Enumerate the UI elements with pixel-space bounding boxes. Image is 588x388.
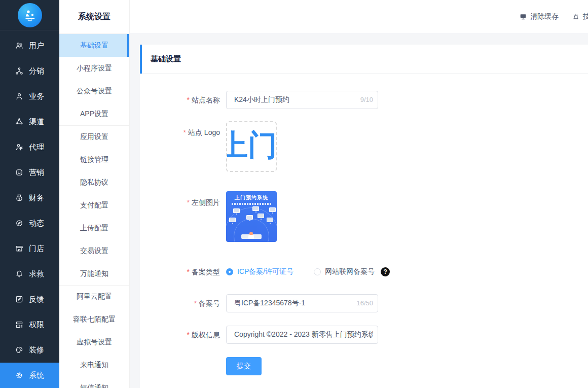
- sidebar-item-dynamics[interactable]: 动态: [0, 210, 59, 236]
- banner-thumb: [252, 206, 259, 211]
- radio-selected-icon: [226, 268, 233, 275]
- submenu-item-app[interactable]: APP设置: [59, 102, 129, 125]
- submenu-item-miniprogram[interactable]: 小程序设置: [59, 57, 129, 80]
- sidebar-item-store[interactable]: 门店: [0, 236, 59, 261]
- left-image-row: *左侧图片 上门预约系统: [140, 191, 588, 242]
- tech-label: 技师: [583, 12, 588, 21]
- copyright-input[interactable]: [226, 326, 378, 344]
- help-icon[interactable]: ?: [381, 267, 390, 276]
- record-type-row: *备案类型 ICP备案/许可证号 网站联网备案号 ?: [140, 266, 588, 277]
- sidebar-item-label: 装修: [29, 345, 44, 355]
- settings-submenu: 系统设置 基础设置 小程序设置 公众号设置 APP设置 应用设置 链接管理 隐私…: [59, 0, 130, 388]
- submenu-item-privacy[interactable]: 隐私协议: [59, 171, 129, 194]
- palette-icon: [15, 345, 24, 355]
- sidebar-item-label: 权限: [29, 320, 44, 330]
- site-name-input[interactable]: [226, 91, 378, 109]
- person-icon: [15, 92, 24, 101]
- submenu-item-call-notify[interactable]: 来电通知: [59, 354, 129, 376]
- submenu-item-ronglian[interactable]: 容联七陌配置: [59, 308, 129, 331]
- submenu-item-payment[interactable]: 支付配置: [59, 194, 129, 217]
- required-mark: *: [183, 128, 186, 136]
- submenu-title: 系统设置: [59, 0, 129, 34]
- site-logo-row: *站点 Logo 上门预: [140, 121, 588, 172]
- marketing-icon: [15, 168, 24, 177]
- copyright-label: *版权信息: [140, 326, 226, 344]
- monitor-icon: [519, 13, 527, 21]
- radio-icp[interactable]: ICP备案/许可证号: [226, 267, 293, 276]
- submenu-item-trade[interactable]: 交易设置: [59, 239, 129, 262]
- record-type-options: ICP备案/许可证号 网站联网备案号 ?: [226, 266, 390, 277]
- primary-menu: 用户 分销 业务 渠道 代理 营销 财务 动态: [0, 30, 59, 388]
- radio-network-label: 网站联网备案号: [325, 267, 375, 276]
- site-name-input-wrap: 9/10: [226, 91, 378, 109]
- banner-person-illustration: [249, 232, 253, 235]
- topbar: 清除缓存 技师: [130, 0, 588, 33]
- basic-settings-card: 基础设置 *站点名称 9/10 *站点 Logo: [140, 45, 588, 388]
- record-number-input-wrap: 16/50: [226, 294, 378, 312]
- submenu-item-links[interactable]: 链接管理: [59, 148, 129, 171]
- submenu-item-basic-settings[interactable]: 基础设置: [59, 34, 129, 57]
- submenu-item-official-account[interactable]: 公众号设置: [59, 80, 129, 102]
- sidebar-item-label: 系统: [29, 371, 44, 380]
- sidebar-item-distribution[interactable]: 分销: [0, 58, 59, 84]
- feedback-icon: [15, 295, 24, 304]
- banner-thumb: [233, 208, 240, 213]
- submenu-item-virtual-number[interactable]: 虚拟号设置: [59, 331, 129, 354]
- channel-icon: [15, 117, 24, 126]
- banner-subtitle-line: [232, 203, 271, 205]
- main-region: 清除缓存 技师 基础设置 *站点名称 9/10: [130, 0, 588, 388]
- radio-icp-label: ICP备案/许可证号: [237, 267, 293, 276]
- sidebar-item-label: 用户: [29, 41, 44, 51]
- sidebar-item-feedback[interactable]: 反馈: [0, 287, 59, 312]
- tech-button[interactable]: 技师: [572, 12, 588, 21]
- left-image-upload[interactable]: 上门预约系统: [226, 191, 277, 242]
- card-header: 基础设置: [140, 45, 588, 74]
- record-number-label: *备案号: [140, 294, 226, 312]
- sidebar-item-marketing[interactable]: 营销: [0, 160, 59, 185]
- submit-row: 提交: [140, 357, 588, 375]
- record-number-input[interactable]: [226, 294, 378, 312]
- sidebar-item-sos[interactable]: 求救: [0, 261, 59, 287]
- site-logo-preview: 上门预: [226, 130, 276, 160]
- sidebar-item-label: 营销: [29, 168, 44, 178]
- sidebar-item-users[interactable]: 用户: [0, 33, 59, 58]
- sidebar-item-label: 渠道: [29, 117, 44, 127]
- required-mark: *: [187, 268, 190, 276]
- site-logo-label: *站点 Logo: [140, 121, 226, 172]
- bell-icon: [15, 269, 24, 278]
- submenu-item-upload[interactable]: 上传配置: [59, 217, 129, 239]
- banner-thumb: [267, 218, 273, 222]
- clear-cache-label: 清除缓存: [530, 12, 559, 21]
- required-mark: *: [187, 96, 190, 104]
- permission-icon: [15, 320, 24, 329]
- content-area: 基础设置 *站点名称 9/10 *站点 Logo: [130, 33, 588, 388]
- submenu-item-notify[interactable]: 万能通知: [59, 262, 129, 285]
- site-logo-upload[interactable]: 上门预: [226, 121, 277, 172]
- radio-network[interactable]: 网站联网备案号: [314, 267, 375, 276]
- sidebar-item-decorate[interactable]: 装修: [0, 337, 59, 363]
- left-image-label: *左侧图片: [140, 191, 226, 242]
- required-mark: *: [187, 331, 190, 339]
- compass-icon: [15, 219, 24, 228]
- record-number-row: *备案号 16/50: [140, 294, 588, 312]
- sidebar-item-channel[interactable]: 渠道: [0, 109, 59, 134]
- sidebar-item-label: 反馈: [29, 295, 44, 304]
- sidebar-item-system[interactable]: 系统: [0, 363, 59, 388]
- massage-logo-icon: [22, 8, 38, 23]
- sidebar-item-agent[interactable]: 代理: [0, 134, 59, 160]
- sidebar-item-permission[interactable]: 权限: [0, 312, 59, 337]
- submenu-item-sms-notify[interactable]: 短信通知: [59, 376, 129, 388]
- submenu-item-application[interactable]: 应用设置: [59, 125, 129, 148]
- share-icon: [15, 66, 24, 76]
- clear-cache-button[interactable]: 清除缓存: [519, 12, 559, 21]
- radio-unselected-icon: [314, 268, 321, 275]
- siren-icon: [572, 13, 580, 21]
- sidebar-item-business[interactable]: 业务: [0, 84, 59, 109]
- submit-spacer: [140, 357, 226, 375]
- finance-icon: [15, 193, 24, 202]
- sidebar-item-finance[interactable]: 财务: [0, 185, 59, 210]
- site-name-row: *站点名称 9/10: [140, 91, 588, 109]
- submit-button[interactable]: 提交: [226, 357, 262, 375]
- submenu-item-aliyun[interactable]: 阿里云配置: [59, 285, 129, 308]
- app-logo-area[interactable]: [0, 0, 59, 30]
